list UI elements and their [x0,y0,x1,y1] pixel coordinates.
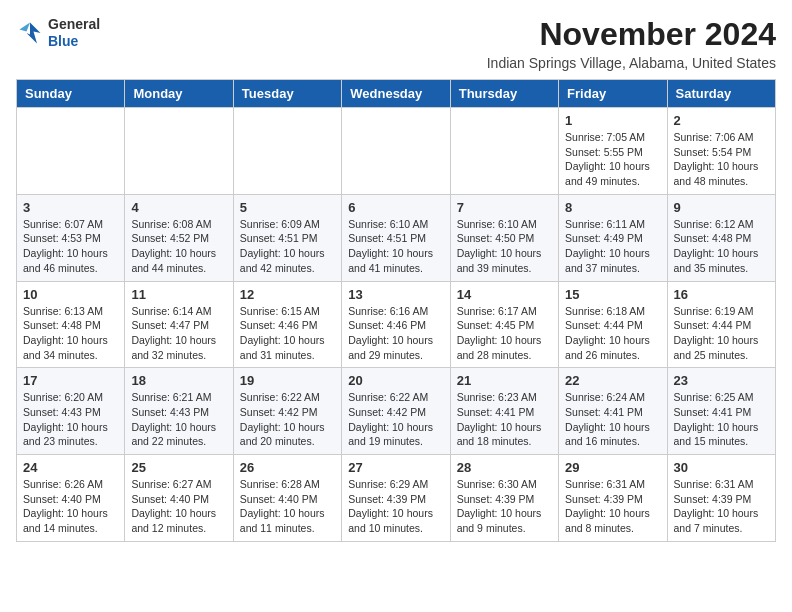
calendar-week-3: 10Sunrise: 6:13 AM Sunset: 4:48 PM Dayli… [17,281,776,368]
calendar-cell-w4-d5: 21Sunrise: 6:23 AM Sunset: 4:41 PM Dayli… [450,368,558,455]
day-info: Sunrise: 6:16 AM Sunset: 4:46 PM Dayligh… [348,304,443,363]
calendar-cell-w3-d5: 14Sunrise: 6:17 AM Sunset: 4:45 PM Dayli… [450,281,558,368]
day-info: Sunrise: 6:11 AM Sunset: 4:49 PM Dayligh… [565,217,660,276]
page-header: General Blue November 2024 Indian Spring… [16,16,776,71]
day-number: 30 [674,460,769,475]
calendar-cell-w1-d7: 2Sunrise: 7:06 AM Sunset: 5:54 PM Daylig… [667,108,775,195]
day-info: Sunrise: 6:30 AM Sunset: 4:39 PM Dayligh… [457,477,552,536]
calendar-cell-w5-d1: 24Sunrise: 6:26 AM Sunset: 4:40 PM Dayli… [17,455,125,542]
day-info: Sunrise: 6:31 AM Sunset: 4:39 PM Dayligh… [674,477,769,536]
calendar-cell-w5-d7: 30Sunrise: 6:31 AM Sunset: 4:39 PM Dayli… [667,455,775,542]
calendar-cell-w3-d1: 10Sunrise: 6:13 AM Sunset: 4:48 PM Dayli… [17,281,125,368]
calendar-week-2: 3Sunrise: 6:07 AM Sunset: 4:53 PM Daylig… [17,194,776,281]
day-number: 8 [565,200,660,215]
calendar-cell-w4-d7: 23Sunrise: 6:25 AM Sunset: 4:41 PM Dayli… [667,368,775,455]
day-info: Sunrise: 6:08 AM Sunset: 4:52 PM Dayligh… [131,217,226,276]
day-number: 10 [23,287,118,302]
calendar-cell-w2-d6: 8Sunrise: 6:11 AM Sunset: 4:49 PM Daylig… [559,194,667,281]
day-number: 21 [457,373,552,388]
calendar-cell-w2-d7: 9Sunrise: 6:12 AM Sunset: 4:48 PM Daylig… [667,194,775,281]
day-info: Sunrise: 6:13 AM Sunset: 4:48 PM Dayligh… [23,304,118,363]
calendar-cell-w4-d1: 17Sunrise: 6:20 AM Sunset: 4:43 PM Dayli… [17,368,125,455]
calendar-cell-w5-d6: 29Sunrise: 6:31 AM Sunset: 4:39 PM Dayli… [559,455,667,542]
day-info: Sunrise: 6:26 AM Sunset: 4:40 PM Dayligh… [23,477,118,536]
day-number: 23 [674,373,769,388]
calendar-cell-w1-d4 [342,108,450,195]
day-info: Sunrise: 6:15 AM Sunset: 4:46 PM Dayligh… [240,304,335,363]
day-number: 19 [240,373,335,388]
header-tuesday: Tuesday [233,80,341,108]
header-wednesday: Wednesday [342,80,450,108]
day-info: Sunrise: 6:20 AM Sunset: 4:43 PM Dayligh… [23,390,118,449]
calendar-cell-w5-d5: 28Sunrise: 6:30 AM Sunset: 4:39 PM Dayli… [450,455,558,542]
day-number: 17 [23,373,118,388]
day-number: 4 [131,200,226,215]
day-info: Sunrise: 6:12 AM Sunset: 4:48 PM Dayligh… [674,217,769,276]
day-info: Sunrise: 6:14 AM Sunset: 4:47 PM Dayligh… [131,304,226,363]
day-info: Sunrise: 6:09 AM Sunset: 4:51 PM Dayligh… [240,217,335,276]
header-monday: Monday [125,80,233,108]
day-number: 13 [348,287,443,302]
calendar-cell-w3-d3: 12Sunrise: 6:15 AM Sunset: 4:46 PM Dayli… [233,281,341,368]
calendar-header-row: Sunday Monday Tuesday Wednesday Thursday… [17,80,776,108]
day-number: 28 [457,460,552,475]
day-number: 9 [674,200,769,215]
location-subtitle: Indian Springs Village, Alabama, United … [487,55,776,71]
calendar-cell-w3-d7: 16Sunrise: 6:19 AM Sunset: 4:44 PM Dayli… [667,281,775,368]
day-number: 20 [348,373,443,388]
calendar-cell-w5-d2: 25Sunrise: 6:27 AM Sunset: 4:40 PM Dayli… [125,455,233,542]
header-sunday: Sunday [17,80,125,108]
calendar-cell-w2-d2: 4Sunrise: 6:08 AM Sunset: 4:52 PM Daylig… [125,194,233,281]
calendar-cell-w1-d6: 1Sunrise: 7:05 AM Sunset: 5:55 PM Daylig… [559,108,667,195]
day-info: Sunrise: 6:31 AM Sunset: 4:39 PM Dayligh… [565,477,660,536]
day-number: 6 [348,200,443,215]
calendar-cell-w3-d4: 13Sunrise: 6:16 AM Sunset: 4:46 PM Dayli… [342,281,450,368]
day-info: Sunrise: 6:10 AM Sunset: 4:50 PM Dayligh… [457,217,552,276]
day-number: 15 [565,287,660,302]
day-info: Sunrise: 6:27 AM Sunset: 4:40 PM Dayligh… [131,477,226,536]
day-info: Sunrise: 6:21 AM Sunset: 4:43 PM Dayligh… [131,390,226,449]
day-number: 18 [131,373,226,388]
day-number: 14 [457,287,552,302]
calendar-cell-w2-d1: 3Sunrise: 6:07 AM Sunset: 4:53 PM Daylig… [17,194,125,281]
header-friday: Friday [559,80,667,108]
calendar-cell-w4-d4: 20Sunrise: 6:22 AM Sunset: 4:42 PM Dayli… [342,368,450,455]
day-number: 22 [565,373,660,388]
day-number: 27 [348,460,443,475]
day-info: Sunrise: 7:05 AM Sunset: 5:55 PM Dayligh… [565,130,660,189]
calendar-cell-w2-d3: 5Sunrise: 6:09 AM Sunset: 4:51 PM Daylig… [233,194,341,281]
calendar-cell-w4-d2: 18Sunrise: 6:21 AM Sunset: 4:43 PM Dayli… [125,368,233,455]
day-info: Sunrise: 6:19 AM Sunset: 4:44 PM Dayligh… [674,304,769,363]
calendar-week-1: 1Sunrise: 7:05 AM Sunset: 5:55 PM Daylig… [17,108,776,195]
logo: General Blue [16,16,100,50]
month-year-title: November 2024 [487,16,776,53]
calendar-cell-w3-d6: 15Sunrise: 6:18 AM Sunset: 4:44 PM Dayli… [559,281,667,368]
day-info: Sunrise: 6:10 AM Sunset: 4:51 PM Dayligh… [348,217,443,276]
day-info: Sunrise: 6:29 AM Sunset: 4:39 PM Dayligh… [348,477,443,536]
calendar-cell-w5-d4: 27Sunrise: 6:29 AM Sunset: 4:39 PM Dayli… [342,455,450,542]
logo-text: General Blue [48,16,100,50]
svg-marker-1 [20,22,31,31]
day-number: 25 [131,460,226,475]
day-info: Sunrise: 6:18 AM Sunset: 4:44 PM Dayligh… [565,304,660,363]
day-info: Sunrise: 6:25 AM Sunset: 4:41 PM Dayligh… [674,390,769,449]
day-number: 7 [457,200,552,215]
day-number: 3 [23,200,118,215]
calendar-cell-w2-d5: 7Sunrise: 6:10 AM Sunset: 4:50 PM Daylig… [450,194,558,281]
day-number: 24 [23,460,118,475]
calendar-cell-w5-d3: 26Sunrise: 6:28 AM Sunset: 4:40 PM Dayli… [233,455,341,542]
day-number: 12 [240,287,335,302]
calendar-cell-w4-d3: 19Sunrise: 6:22 AM Sunset: 4:42 PM Dayli… [233,368,341,455]
day-info: Sunrise: 6:17 AM Sunset: 4:45 PM Dayligh… [457,304,552,363]
day-info: Sunrise: 6:07 AM Sunset: 4:53 PM Dayligh… [23,217,118,276]
calendar-cell-w1-d5 [450,108,558,195]
day-info: Sunrise: 6:28 AM Sunset: 4:40 PM Dayligh… [240,477,335,536]
day-number: 16 [674,287,769,302]
title-block: November 2024 Indian Springs Village, Al… [487,16,776,71]
day-info: Sunrise: 6:22 AM Sunset: 4:42 PM Dayligh… [240,390,335,449]
calendar-week-4: 17Sunrise: 6:20 AM Sunset: 4:43 PM Dayli… [17,368,776,455]
day-number: 11 [131,287,226,302]
day-number: 29 [565,460,660,475]
day-info: Sunrise: 6:22 AM Sunset: 4:42 PM Dayligh… [348,390,443,449]
calendar-cell-w4-d6: 22Sunrise: 6:24 AM Sunset: 4:41 PM Dayli… [559,368,667,455]
